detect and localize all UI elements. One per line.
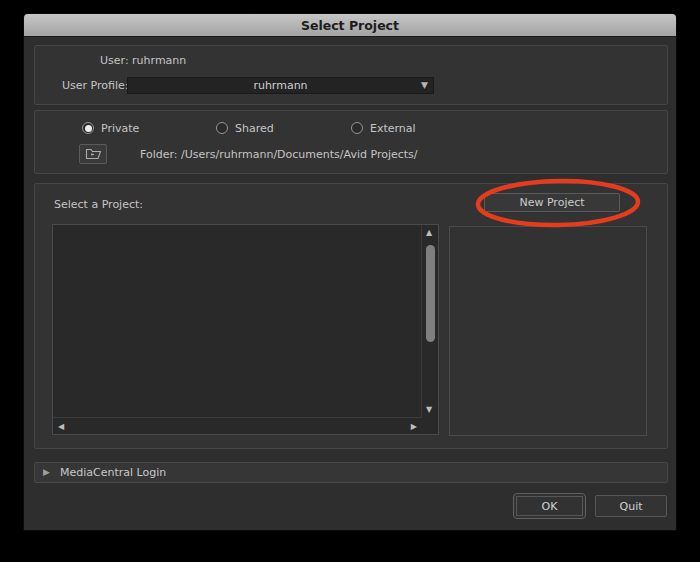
project-type-section [34, 110, 668, 174]
desktop: { "window": { "title": "Select Project" … [0, 0, 700, 562]
user-label: User: ruhrmann [100, 54, 186, 67]
folder-path-label: Folder: /Users/ruhrmann/Documents/Avid P… [140, 148, 418, 161]
scroll-down-icon[interactable]: ▼ [426, 406, 432, 414]
user-profile-dropdown[interactable]: ruhrmann ▼ [127, 77, 434, 94]
radio-shared[interactable] [216, 122, 228, 134]
new-project-button[interactable]: New Project [484, 193, 620, 212]
ok-label: OK [542, 500, 558, 513]
radio-external[interactable] [351, 122, 363, 134]
mediacentral-login-bar[interactable]: ▶ MediaCentral Login [34, 462, 668, 483]
radio-private[interactable] [82, 122, 94, 134]
chevron-down-icon: ▼ [421, 81, 428, 90]
project-list[interactable]: ▲ ▼ ◀ ▶ [52, 224, 439, 435]
scroll-left-icon[interactable]: ◀ [58, 423, 64, 431]
select-project-dialog: Select Project User: ruhrmann User Profi… [23, 13, 677, 531]
scroll-up-icon[interactable]: ▲ [426, 229, 432, 237]
user-section: User: ruhrmann [34, 45, 668, 105]
radio-shared-label[interactable]: Shared [235, 122, 274, 135]
quit-label: Quit [620, 500, 643, 513]
disclosure-triangle-icon[interactable]: ▶ [43, 468, 50, 477]
scroll-right-icon[interactable]: ▶ [411, 423, 417, 431]
vscrollbar-thumb[interactable] [426, 245, 435, 342]
ok-button[interactable]: OK [513, 493, 586, 519]
project-info-panel [449, 226, 647, 436]
select-a-project-label: Select a Project: [54, 198, 143, 211]
folder-open-icon [85, 148, 102, 160]
project-list-vscrollbar[interactable]: ▲ ▼ [421, 225, 438, 418]
new-project-label: New Project [519, 196, 584, 209]
project-list-hscrollbar[interactable]: ◀ ▶ [53, 417, 422, 434]
radio-external-label[interactable]: External [370, 122, 416, 135]
title-bar: Select Project [24, 14, 676, 37]
window-title: Select Project [301, 18, 399, 33]
mediacentral-login-label: MediaCentral Login [60, 466, 166, 479]
quit-button[interactable]: Quit [595, 495, 667, 517]
open-folder-button[interactable] [79, 144, 107, 164]
radio-private-label[interactable]: Private [101, 122, 139, 135]
user-profile-value: ruhrmann [253, 79, 307, 92]
user-profile-label: User Profile: [62, 79, 128, 92]
